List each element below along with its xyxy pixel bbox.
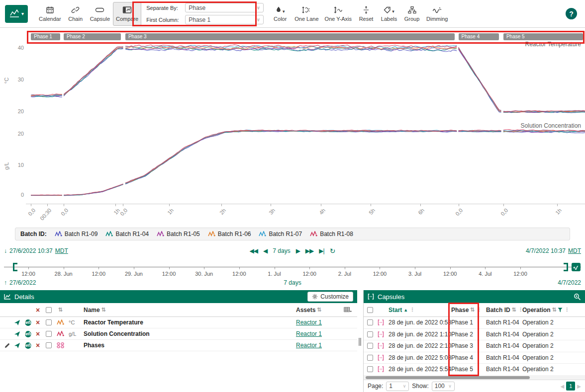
trend-line-batch-r1-04-lane1[interactable]: [64, 48, 123, 95]
select-all-checkbox[interactable]: [46, 307, 52, 313]
one-y-axis-button[interactable]: One Y-Axis: [322, 2, 355, 26]
info-icon[interactable]: undefined: [25, 342, 31, 349]
first-column-select[interactable]: Phase 1 ∨: [185, 15, 264, 24]
remove-item-icon[interactable]: ×: [36, 319, 46, 326]
range-start-handle[interactable]: [13, 263, 17, 271]
phase-chip-2[interactable]: Phase 2: [64, 33, 121, 40]
sort-icon[interactable]: ⇅: [58, 307, 63, 313]
row-checkbox[interactable]: [46, 331, 52, 337]
zoom-to-selected-capsules-button[interactable]: [574, 293, 581, 301]
send-to-trend-icon[interactable]: [14, 342, 20, 349]
drag-grip-icon[interactable]: [359, 338, 361, 346]
asset-link[interactable]: Reactor 1: [296, 319, 322, 326]
row-checkbox[interactable]: [46, 342, 52, 348]
group-button[interactable]: Group: [400, 2, 423, 26]
refresh-icon[interactable]: ↻: [330, 247, 336, 255]
row-checkbox[interactable]: [367, 319, 373, 325]
info-icon[interactable]: undefined: [25, 319, 31, 326]
phase-chip-1[interactable]: Phase 1: [31, 33, 60, 40]
arrow-up-icon[interactable]: ↑: [4, 279, 7, 286]
jump-start-icon[interactable]: ◀◀: [250, 247, 258, 254]
range-duration[interactable]: 7 days: [273, 247, 290, 254]
separate-by-select[interactable]: Phase ∨: [185, 3, 264, 12]
legend-item[interactable]: Batch R1-05: [157, 231, 200, 237]
capsule-time-icon[interactable]: [572, 263, 581, 271]
current-page-button[interactable]: 1: [566, 382, 575, 391]
asset-link[interactable]: Reactor 1: [296, 342, 322, 349]
trend-line-batch-r1-09-lane1[interactable]: [64, 49, 123, 96]
scrollbar-thumb[interactable]: [366, 376, 530, 379]
timeline-track[interactable]: [4, 267, 581, 267]
capsule-button[interactable]: Capsule: [87, 2, 113, 26]
dimming-button[interactable]: Dimming: [423, 2, 451, 26]
phase-chip-4[interactable]: Phase 4: [459, 33, 499, 40]
one-lane-button[interactable]: One Lane: [292, 2, 321, 26]
help-button[interactable]: ?: [566, 8, 577, 19]
row-checkbox[interactable]: [367, 355, 373, 361]
trend-line-batch-r1-07-lane1[interactable]: [459, 48, 501, 111]
phase-chip-5[interactable]: Phase 5: [503, 33, 583, 40]
trend-line-batch-r1-07-lane2[interactable]: [125, 130, 457, 183]
legend-item[interactable]: Batch R1-04: [105, 231, 149, 237]
remove-item-icon[interactable]: ×: [36, 342, 46, 349]
timezone-link[interactable]: MDT: [568, 247, 581, 254]
select-all-checkbox[interactable]: [367, 307, 373, 313]
color-button[interactable]: ▾ Color: [269, 2, 292, 26]
range-start-datetime[interactable]: 27/6/2022 10:37: [9, 247, 53, 254]
row-checkbox[interactable]: [367, 343, 373, 349]
info-icon[interactable]: undefined: [25, 331, 31, 337]
column-menu-icon[interactable]: ⋮: [564, 307, 570, 313]
trend-line-batch-r1-05-lane2[interactable]: [64, 184, 123, 195]
legend-item[interactable]: Batch R1-06: [208, 231, 251, 237]
row-checkbox[interactable]: [367, 331, 373, 337]
compare-button[interactable]: Compare: [113, 2, 141, 26]
phase-chip-3[interactable]: Phase 3: [125, 33, 455, 40]
send-to-trend-icon[interactable]: [14, 319, 20, 326]
column-menu-icon[interactable]: ⋮: [477, 307, 482, 313]
trend-line-batch-r1-09-lane2[interactable]: [125, 131, 457, 184]
timezone-link[interactable]: MDT: [55, 247, 68, 254]
trend-line-batch-r1-07-lane2[interactable]: [64, 184, 123, 195]
page-select[interactable]: 1 ∨: [386, 382, 409, 391]
column-header-operation[interactable]: Operation ⇅ ⋮: [522, 307, 585, 314]
labels-button[interactable]: ▾ Labels: [378, 2, 400, 26]
range-end-handle[interactable]: [564, 263, 568, 271]
row-checkbox[interactable]: [46, 319, 52, 325]
calendar-button[interactable]: Calendar: [36, 2, 64, 26]
prev-page-icon[interactable]: ◀: [561, 384, 565, 389]
trend-line-batch-r1-04-lane2[interactable]: [64, 184, 123, 195]
column-header-phase[interactable]: Phase ⇅ ⋮: [451, 307, 486, 314]
column-menu-icon[interactable]: ⋮: [518, 307, 522, 313]
remove-all-icon[interactable]: ×: [36, 307, 46, 314]
filter-icon[interactable]: [558, 308, 563, 313]
show-select[interactable]: 100 ∨: [432, 382, 455, 391]
step-back-icon[interactable]: ◀: [263, 247, 267, 254]
column-header-batch-id[interactable]: Batch ID ⇅ ⋮: [486, 307, 522, 314]
asset-link[interactable]: Reactor 1: [296, 330, 322, 337]
item-name[interactable]: Phases: [84, 342, 274, 349]
item-name[interactable]: Solution Concentration: [84, 330, 274, 337]
column-menu-icon[interactable]: ⋮: [409, 307, 415, 313]
column-header-start[interactable]: Start ▲ ⋮: [389, 307, 451, 314]
trend-line-batch-r1-05-lane2[interactable]: [125, 131, 457, 183]
worksheet-view-selector-button[interactable]: ▾: [5, 5, 28, 23]
trend-line-batch-r1-08-lane1[interactable]: [459, 47, 501, 110]
step-forward-icon[interactable]: ▶: [296, 247, 300, 254]
trend-line-batch-r1-09-lane2[interactable]: [64, 184, 123, 195]
customize-button[interactable]: Customize: [307, 292, 353, 302]
column-header-assets[interactable]: Assets ⇅: [274, 307, 338, 314]
trend-line-batch-r1-04-lane2[interactable]: [125, 131, 457, 184]
trend-line-batch-r1-06-lane2[interactable]: [125, 130, 457, 183]
reset-button[interactable]: Reset: [355, 2, 378, 26]
legend-item[interactable]: Batch R1-08: [310, 231, 353, 237]
trend-line-batch-r1-06-lane2[interactable]: [64, 184, 123, 195]
trend-line-batch-r1-08-lane2[interactable]: [125, 130, 457, 183]
row-checkbox[interactable]: [367, 366, 373, 372]
edit-icon[interactable]: [4, 342, 10, 349]
send-to-trend-icon[interactable]: [14, 331, 20, 337]
jump-end-icon[interactable]: ▶|: [319, 247, 324, 254]
jump-forward-icon[interactable]: ▶▶: [305, 247, 313, 254]
range-end-datetime[interactable]: 4/7/2022 10:37: [526, 247, 566, 254]
column-settings-icon[interactable]: [344, 307, 352, 313]
arrow-down-icon[interactable]: ↓: [4, 247, 7, 254]
